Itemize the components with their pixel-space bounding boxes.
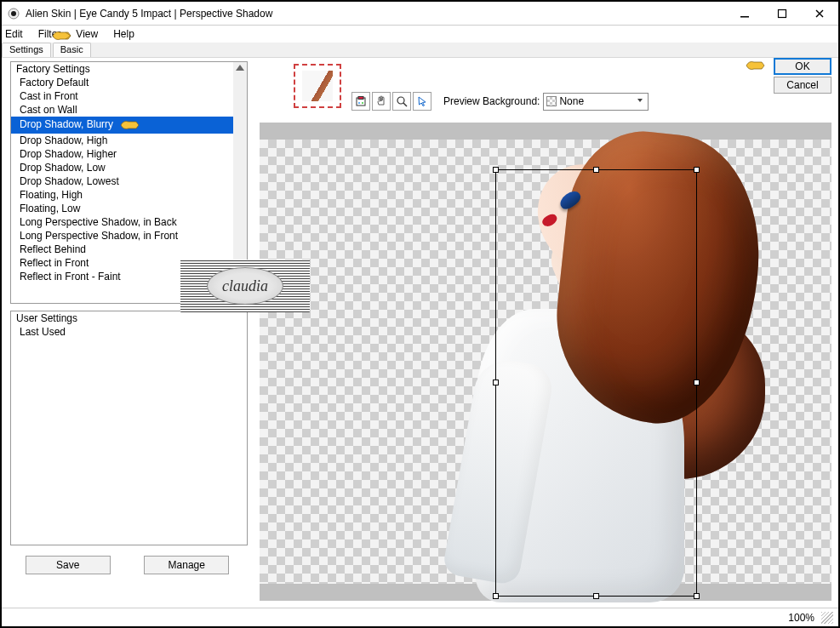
tutorial-hand-icon (745, 58, 765, 73)
watermark: claudia (180, 260, 310, 312)
status-bar: 100% (2, 608, 838, 626)
chevron-down-icon (636, 95, 644, 107)
title-bar: Alien Skin | Eye Candy 5 Impact | Perspe… (2, 2, 838, 26)
preview-background-select[interactable]: None (543, 93, 649, 111)
user-settings-listbox[interactable]: User Settings Last Used (10, 311, 248, 545)
save-button[interactable]: Save (26, 556, 111, 574)
resize-handle[interactable] (694, 167, 700, 173)
list-item[interactable]: Cast in Front (11, 89, 233, 103)
list-item[interactable]: Last Used (11, 325, 233, 339)
list-item[interactable]: Floating, High (11, 188, 233, 202)
list-item-selected[interactable]: Drop Shadow, Blurry (11, 117, 233, 134)
svg-point-8 (358, 102, 360, 104)
hand-tool-icon[interactable] (372, 92, 391, 111)
list-item[interactable]: Factory Default (11, 76, 233, 89)
ok-button[interactable]: OK (774, 58, 831, 75)
maximize-button[interactable] (763, 3, 801, 25)
scroll-up-icon[interactable] (236, 65, 244, 71)
user-settings-header: User Settings (11, 311, 233, 325)
zoom-level: 100% (788, 612, 814, 624)
preview-thumbnail[interactable] (294, 64, 341, 108)
settings-panel: Factory Settings Factory Default Cast in… (2, 58, 253, 608)
list-item[interactable]: Long Perspective Shadow, in Front (11, 229, 233, 243)
svg-rect-7 (358, 97, 363, 100)
watermark-text: claudia (207, 267, 283, 305)
preview-top-bar (260, 123, 831, 140)
resize-handle[interactable] (694, 380, 700, 385)
list-item[interactable]: Drop Shadow, Low (11, 161, 233, 174)
svg-point-1 (11, 11, 16, 16)
resize-handle[interactable] (493, 380, 499, 385)
pointer-tool-icon[interactable] (413, 92, 431, 111)
list-item[interactable]: Drop Shadow, High (11, 134, 233, 147)
transparency-swatch-icon (546, 96, 557, 106)
list-item[interactable]: Floating, Low (11, 202, 233, 215)
svg-rect-2 (740, 16, 749, 18)
content-area: Factory Settings Factory Default Cast in… (2, 58, 838, 608)
list-item[interactable]: Drop Shadow, Lowest (11, 174, 233, 188)
window-title: Alien Skin | Eye Candy 5 Impact | Perspe… (26, 8, 726, 20)
preview-tray (260, 123, 831, 601)
menu-edit[interactable]: Edit (5, 28, 23, 40)
list-item[interactable]: Long Perspective Shadow, in Back (11, 215, 233, 229)
resize-handle[interactable] (493, 167, 499, 173)
close-button[interactable] (801, 3, 838, 25)
clipboard-tool-icon[interactable] (351, 92, 370, 111)
svg-point-9 (362, 102, 363, 104)
manage-button[interactable]: Manage (144, 556, 229, 574)
menu-bar: Edit Filter View Help (2, 26, 838, 43)
tab-settings[interactable]: Settings (2, 43, 51, 57)
menu-help[interactable]: Help (113, 28, 134, 40)
list-item[interactable]: Drop Shadow, Higher (11, 147, 233, 161)
tutorial-hand-icon (51, 28, 71, 43)
preview-background-label: Preview Background: (443, 95, 540, 107)
resize-grip[interactable] (821, 612, 833, 624)
app-icon (7, 7, 20, 20)
left-button-row: Save Manage (2, 549, 253, 578)
preview-background-value: None (559, 95, 584, 107)
tab-strip: Settings Basic (2, 43, 838, 58)
list-item[interactable]: Reflect Behind (11, 243, 233, 256)
preview-panel: OK Cancel (253, 58, 838, 608)
svg-point-10 (397, 97, 404, 104)
minimize-button[interactable] (726, 3, 763, 25)
selection-bounding-box[interactable] (495, 169, 697, 597)
svg-line-11 (403, 103, 407, 106)
menu-view[interactable]: View (76, 28, 98, 40)
application-window: Alien Skin | Eye Candy 5 Impact | Perspe… (0, 0, 840, 628)
resize-handle[interactable] (593, 167, 599, 173)
zoom-tool-icon[interactable] (392, 92, 411, 111)
cancel-button[interactable]: Cancel (774, 77, 831, 94)
tab-basic[interactable]: Basic (53, 43, 91, 57)
resize-handle[interactable] (493, 593, 499, 599)
preview-canvas[interactable] (260, 140, 831, 584)
list-item[interactable]: Cast on Wall (11, 103, 233, 117)
tutorial-hand-icon (119, 117, 140, 133)
svg-rect-3 (779, 9, 786, 17)
list-item-label: Drop Shadow, Blurry (20, 118, 113, 130)
factory-settings-header: Factory Settings (11, 62, 233, 76)
resize-handle[interactable] (593, 593, 599, 599)
resize-handle[interactable] (694, 593, 700, 599)
dialog-actions: OK Cancel (774, 58, 831, 94)
